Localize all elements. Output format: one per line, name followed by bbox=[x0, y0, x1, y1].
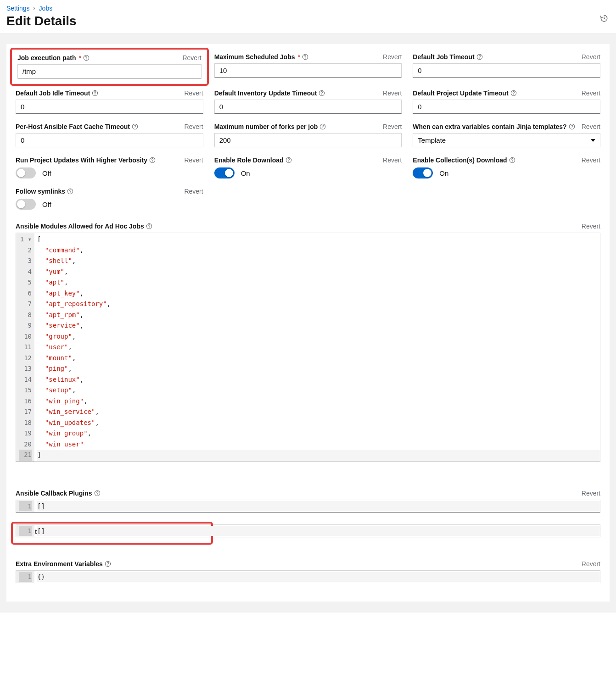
label-role-dl: Enable Role Download bbox=[214, 156, 284, 164]
adhoc-editor[interactable]: 1 ▾23456789101112131415161718192021 [ "c… bbox=[16, 233, 600, 462]
callback-editor[interactable]: 1 [] bbox=[16, 500, 600, 513]
role-dl-toggle[interactable] bbox=[214, 167, 235, 178]
revert-button[interactable]: Revert bbox=[184, 156, 203, 164]
help-icon[interactable] bbox=[302, 54, 308, 60]
label-max-sched: Maximum Scheduled Jobs bbox=[214, 53, 295, 61]
help-icon[interactable] bbox=[94, 490, 101, 496]
history-icon[interactable] bbox=[599, 14, 609, 23]
gutter-line: 8 bbox=[19, 310, 32, 321]
inv-timeout-input[interactable] bbox=[214, 100, 402, 114]
revert-button[interactable]: Revert bbox=[383, 156, 402, 164]
label-proj-timeout: Default Project Update Timeout bbox=[413, 89, 508, 97]
gutter-line: 12 bbox=[19, 353, 32, 364]
help-icon[interactable] bbox=[146, 223, 152, 229]
label-callback: Ansible Callback Plugins bbox=[16, 490, 92, 497]
gutter-line: 14 bbox=[19, 374, 32, 385]
revert-button[interactable]: Revert bbox=[582, 53, 600, 61]
required-indicator: * bbox=[79, 54, 81, 61]
proj-timeout-input[interactable] bbox=[413, 100, 600, 114]
def-timeout-input[interactable] bbox=[413, 63, 600, 78]
revert-button[interactable]: Revert bbox=[582, 156, 600, 164]
coll-dl-state: On bbox=[439, 169, 448, 177]
extra-env-editor[interactable]: 1 {} bbox=[16, 570, 600, 583]
breadcrumb-jobs[interactable]: Jobs bbox=[39, 5, 53, 12]
revert-button[interactable]: Revert bbox=[582, 223, 600, 230]
revert-button[interactable]: Revert bbox=[383, 89, 402, 97]
code-line: "apt_key", bbox=[37, 288, 600, 299]
job-exec-path-input[interactable] bbox=[17, 64, 202, 78]
code-line: ] bbox=[37, 450, 600, 461]
gutter-line: 16 bbox=[19, 396, 32, 407]
isolated-editor[interactable]: 1 [] bbox=[16, 524, 600, 537]
verbosity-toggle[interactable] bbox=[16, 167, 36, 178]
symlinks-state: Off bbox=[42, 201, 51, 208]
help-icon[interactable] bbox=[509, 157, 515, 163]
code-line: "shell", bbox=[37, 256, 600, 267]
gutter-line: 4 bbox=[19, 267, 32, 278]
help-icon[interactable] bbox=[83, 55, 90, 61]
label-symlinks: Follow symlinks bbox=[16, 188, 65, 195]
label-idle-timeout: Default Job Idle Timeout bbox=[16, 89, 90, 97]
revert-button[interactable]: Revert bbox=[582, 89, 600, 97]
revert-button[interactable]: Revert bbox=[383, 53, 402, 61]
revert-button[interactable]: Revert bbox=[383, 123, 402, 130]
revert-button[interactable]: Revert bbox=[582, 490, 600, 497]
label-max-forks: Maximum number of forks per job bbox=[214, 123, 318, 130]
gutter-line: 21 bbox=[19, 450, 32, 461]
revert-button[interactable]: Revert bbox=[582, 123, 600, 130]
gutter-line: 19 bbox=[19, 428, 32, 439]
help-icon[interactable] bbox=[67, 188, 73, 195]
help-icon[interactable] bbox=[476, 54, 483, 60]
fact-cache-input[interactable] bbox=[16, 133, 203, 147]
gutter-line: 15 bbox=[19, 385, 32, 396]
help-icon[interactable] bbox=[286, 157, 292, 163]
revert-button[interactable]: Revert bbox=[184, 89, 203, 97]
gutter-line: 11 bbox=[19, 342, 32, 353]
gutter-line: 2 bbox=[19, 245, 32, 256]
revert-button[interactable]: Revert bbox=[182, 54, 201, 61]
caret-down-icon bbox=[591, 139, 595, 142]
code-line: "apt_repository", bbox=[37, 299, 600, 310]
isolated-content: [] bbox=[37, 527, 45, 535]
coll-dl-toggle[interactable] bbox=[413, 167, 433, 178]
gutter-line: 6 bbox=[19, 288, 32, 299]
code-line: "win_service", bbox=[37, 407, 600, 418]
symlinks-toggle[interactable] bbox=[16, 199, 36, 210]
highlight-job-exec-path: Job execution path * Revert bbox=[10, 48, 209, 86]
label-extra-env: Extra Environment Variables bbox=[16, 560, 103, 568]
max-forks-input[interactable] bbox=[214, 133, 402, 147]
verbosity-state: Off bbox=[42, 169, 51, 177]
revert-button[interactable]: Revert bbox=[184, 123, 203, 130]
code-line: [ bbox=[37, 234, 600, 245]
gutter-line: 3 bbox=[19, 256, 32, 267]
code-line: "service", bbox=[37, 320, 600, 331]
help-icon[interactable] bbox=[132, 123, 138, 130]
gutter-line: 20 bbox=[19, 439, 32, 450]
jinja-select[interactable]: Template bbox=[413, 133, 600, 147]
gutter-line: 9 bbox=[19, 320, 32, 331]
label-adhoc: Ansible Modules Allowed for Ad Hoc Jobs bbox=[16, 223, 144, 230]
gutter-line: 17 bbox=[19, 407, 32, 418]
code-line: "win_user" bbox=[37, 439, 600, 450]
gutter-line: 10 bbox=[19, 331, 32, 342]
page-title: Edit Details bbox=[6, 14, 610, 28]
code-line: "group", bbox=[37, 331, 600, 342]
help-icon[interactable] bbox=[92, 90, 98, 96]
code-line: "command", bbox=[37, 245, 600, 256]
revert-button[interactable]: Revert bbox=[184, 188, 203, 195]
callback-content: [] bbox=[37, 502, 45, 510]
idle-timeout-input[interactable] bbox=[16, 100, 203, 114]
breadcrumb-settings[interactable]: Settings bbox=[6, 5, 30, 12]
help-icon[interactable] bbox=[105, 561, 111, 567]
extra-env-content: {} bbox=[37, 573, 45, 580]
max-sched-input[interactable] bbox=[214, 63, 402, 78]
gutter-line: 7 bbox=[19, 299, 32, 310]
label-inv-timeout: Default Inventory Update Timeout bbox=[214, 89, 317, 97]
help-icon[interactable] bbox=[510, 90, 517, 96]
help-icon[interactable] bbox=[319, 90, 325, 96]
help-icon[interactable] bbox=[319, 123, 326, 130]
revert-button[interactable]: Revert bbox=[582, 560, 600, 568]
gutter-line: 5 bbox=[19, 277, 32, 288]
help-icon[interactable] bbox=[149, 157, 156, 163]
help-icon[interactable] bbox=[569, 123, 575, 130]
